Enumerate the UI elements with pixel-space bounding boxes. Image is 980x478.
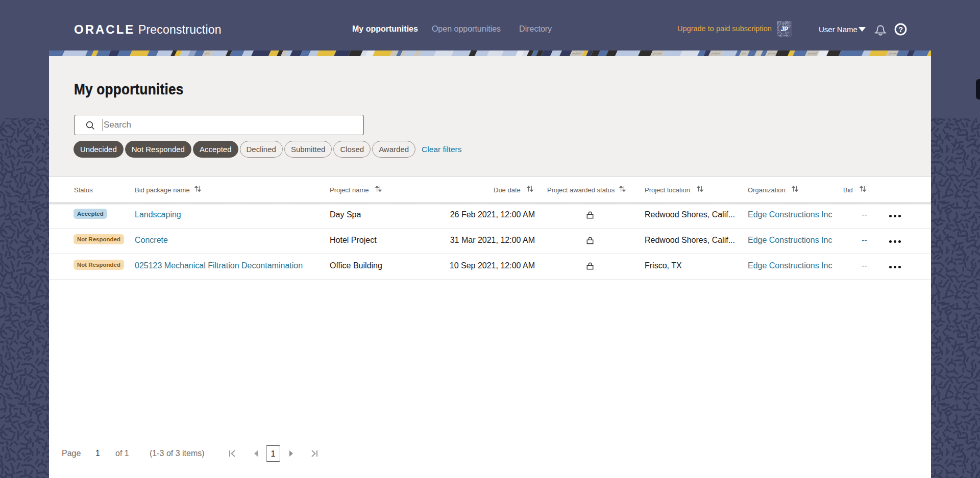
svg-text:?: ? [898,25,903,34]
